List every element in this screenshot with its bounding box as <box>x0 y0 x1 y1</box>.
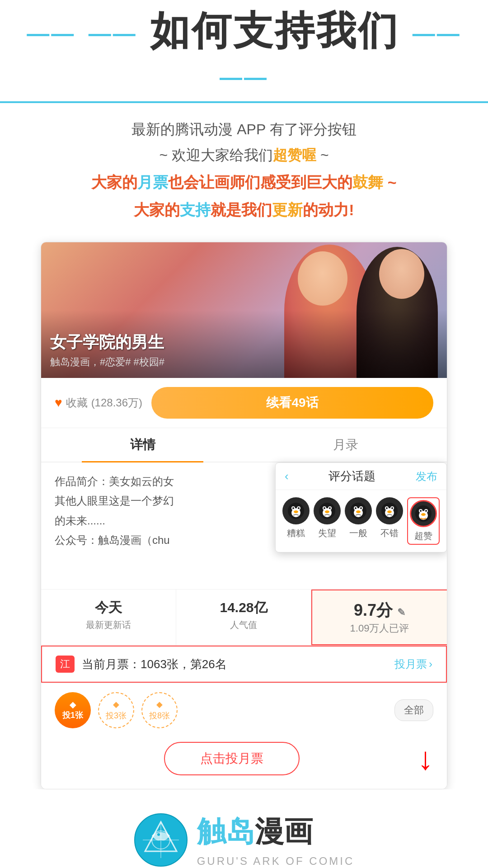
rating-option-3[interactable]: 不错 <box>376 497 403 545</box>
phone-mockup: 女子学院的男生 触岛漫画，#恋爱# #校园# ♥ 收藏 (128.36万) 续看… <box>41 242 447 789</box>
vote-diamond-8: ◆ <box>156 699 163 709</box>
rating-label-0: 糟糕 <box>287 527 305 539</box>
fav-label: 收藏 <box>66 396 88 410</box>
rating-emoji-2 <box>345 497 372 524</box>
stat-voters: 1.09万人已评 <box>317 622 442 635</box>
svg-point-33 <box>425 510 427 512</box>
continue-button[interactable]: 续看49话 <box>151 387 433 419</box>
svg-point-18 <box>355 507 357 509</box>
stat-pop-sub: 人气值 <box>181 619 306 631</box>
rating-option-0[interactable]: 糟糕 <box>282 497 310 545</box>
svg-point-5 <box>298 507 300 509</box>
tab-catalog[interactable]: 月录 <box>244 428 447 462</box>
vote-submit-btn[interactable]: 点击投月票 <box>164 742 300 775</box>
svg-point-12 <box>329 507 331 509</box>
monthly-chevron: › <box>429 658 432 670</box>
stats-row: 今天 最新更新话 14.28亿 人气值 9.7分 ✎ 1.09万人已评 <box>41 589 447 646</box>
svg-point-32 <box>420 510 422 512</box>
rating-emoji-1 <box>314 497 341 524</box>
red-arrow-down-icon: ↓ <box>418 741 433 777</box>
vote-option-1[interactable]: ◆ 投1张 <box>55 692 91 728</box>
rating-title: 评分话题 <box>328 468 375 484</box>
intro-line3: 大家的月票也会让画师们感受到巨大的鼓舞 ~ <box>27 169 461 196</box>
page-wrapper: 🥟 包子漫 —— 如何支持我们 —— 最新的腾讯动漫 APP 有了评分按钮 ~ … <box>0 0 488 868</box>
stat-pencil-icon: ✎ <box>397 607 405 618</box>
svg-point-6 <box>294 510 298 513</box>
monthly-text: 当前月票：1063张，第26名 <box>82 656 394 672</box>
stat-popularity: 14.28亿 人气值 <box>176 590 311 645</box>
stat-score: 9.7分 ✎ 1.09万人已评 <box>311 590 447 645</box>
svg-point-20 <box>356 510 361 513</box>
rating-option-2[interactable]: 一般 <box>345 497 372 545</box>
rating-header: ‹ 评分话题 发布 <box>276 463 446 490</box>
header: —— 如何支持我们 —— <box>0 0 488 103</box>
rating-label-4: 超赞 <box>414 530 432 542</box>
manga-tags: 触岛漫画，#恋爱# #校园# <box>50 355 164 369</box>
main-content: 最新的腾讯动漫 APP 有了评分按钮 ~ 欢迎大家给我们超赞喔 ~ 大家的月票也… <box>0 103 488 868</box>
rating-option-4[interactable]: 超赞 <box>407 497 440 545</box>
monthly-bar: 江 当前月票：1063张，第26名 投月票 › <box>41 646 447 683</box>
footer-logo-area: 触岛漫画 GURU'S ARK OF COMIC <box>134 812 355 868</box>
vote-label-3: 投3张 <box>106 710 127 721</box>
stat-score-value: 9.7分 ✎ <box>317 599 442 622</box>
svg-point-34 <box>421 513 426 516</box>
svg-point-19 <box>360 507 362 509</box>
title-dash-left: —— <box>89 21 137 46</box>
stat-today-sub: 最新更新话 <box>46 619 171 631</box>
vote-diamond-1: ◆ <box>70 700 76 710</box>
intro-line2: ~ 欢迎大家给我们超赞喔 ~ <box>27 142 461 169</box>
vote-option-3[interactable]: ◆ 投3张 <box>98 692 134 728</box>
action-bar: ♥ 收藏 (128.36万) 续看49话 <box>41 378 447 428</box>
fav-count: (128.36万) <box>91 396 142 410</box>
footer: 触岛漫画 GURU'S ARK OF COMIC <box>27 789 461 868</box>
svg-point-25 <box>386 507 388 509</box>
footer-text-area: 触岛漫画 GURU'S ARK OF COMIC <box>197 812 355 868</box>
content-area: 作品简介：美女如云的女 其他人眼里这是一个梦幻 的未来...... 公众号：触岛… <box>41 462 447 589</box>
footer-icon-svg <box>134 813 188 867</box>
title-text: 如何支持我们 <box>150 8 399 53</box>
rating-label-2: 一般 <box>349 527 367 539</box>
fav-heart-icon: ♥ <box>55 396 62 410</box>
intro-text: 最新的腾讯动漫 APP 有了评分按钮 ~ 欢迎大家给我们超赞喔 ~ 大家的月票也… <box>27 117 461 224</box>
footer-sub-text: GURU'S ARK OF COMIC <box>197 855 355 868</box>
stat-pop-value: 14.28亿 <box>181 599 306 617</box>
manga-title: 女子学院的男生 <box>50 331 164 354</box>
svg-point-11 <box>324 507 325 509</box>
rating-label-1: 失望 <box>318 527 336 539</box>
tab-detail[interactable]: 详情 <box>41 428 244 462</box>
svg-point-27 <box>387 510 392 513</box>
char-face1 <box>298 251 347 306</box>
rating-option-1[interactable]: 失望 <box>314 497 341 545</box>
cover-text: 女子学院的男生 触岛漫画，#恋爱# #校园# <box>50 331 164 369</box>
svg-point-4 <box>292 507 294 509</box>
vote-label-1: 投1张 <box>62 710 83 721</box>
rating-popup: ‹ 评分话题 发布 糟糕 <box>275 462 447 552</box>
stat-today: 今天 最新更新话 <box>41 590 176 645</box>
vote-option-8[interactable]: ◆ 投8张 <box>141 692 178 728</box>
vote-all-btn[interactable]: 全部 <box>394 699 433 721</box>
intro-line1: 最新的腾讯动漫 APP 有了评分按钮 <box>27 117 461 143</box>
vote-diamond-3: ◆ <box>113 699 119 709</box>
rating-emoji-0 <box>282 497 310 524</box>
manga-cover: 女子学院的男生 触岛漫画，#恋爱# #校园# <box>41 242 447 378</box>
svg-point-40 <box>157 833 160 836</box>
vote-options: ◆ 投1张 ◆ 投3张 ◆ 投8张 <box>55 692 433 728</box>
rating-back-icon[interactable]: ‹ <box>285 469 289 483</box>
rating-label-3: 不错 <box>380 527 399 539</box>
rating-options: 糟糕 失望 一般 <box>276 490 446 552</box>
monthly-vote-btn[interactable]: 投月票 › <box>394 657 432 671</box>
stat-today-value: 今天 <box>46 599 171 617</box>
title-dash-right: —— <box>413 21 461 46</box>
vote-row: 点击投月票 ↓ <box>55 737 433 780</box>
rating-emoji-3 <box>376 497 403 524</box>
vote-label-8: 投8张 <box>149 710 170 721</box>
intro-line4: 大家的支持就是我们更新的动力! <box>27 196 461 224</box>
svg-point-26 <box>391 507 393 509</box>
vote-section: ◆ 投1张 ◆ 投3张 ◆ 投8张 <box>41 683 447 789</box>
fav-button[interactable]: ♥ 收藏 (128.36万) <box>55 396 142 410</box>
footer-logo-text: 触岛漫画 <box>197 812 355 851</box>
tab-bar: 详情 月录 <box>41 428 447 462</box>
rating-emoji-4 <box>410 500 437 527</box>
svg-point-13 <box>325 510 329 513</box>
rating-publish-btn[interactable]: 发布 <box>416 469 437 484</box>
